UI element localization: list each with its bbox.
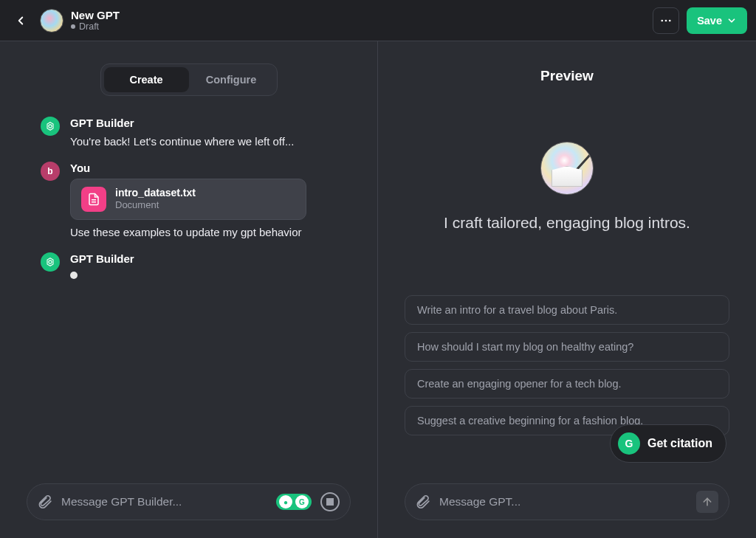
preview-message-input[interactable] [438,494,689,509]
save-button-label: Save [697,15,722,27]
message-builder-typing: GPT Builder [41,252,349,279]
grammarly-icon: G [618,432,640,455]
message-sender: You [70,162,349,174]
grammarly-icon: ● [279,495,292,508]
attachment-chip[interactable]: intro_dataset.txt Document [70,179,306,220]
status-label: Draft [79,21,99,32]
attach-button[interactable] [416,494,430,509]
svg-point-0 [662,19,664,21]
conversation: GPT Builder You're back! Let's continue … [0,96,377,279]
message-user: b You intro_dataset.txt Document Use the… [41,162,349,241]
dots-horizontal-icon [659,14,673,27]
paperclip-icon [38,494,52,509]
svg-point-6 [49,260,52,263]
citation-label: Get citation [647,437,712,450]
suggestion-list: Write an intro for a travel blog about P… [400,295,734,435]
chevron-left-icon [14,14,27,27]
grammarly-icon: G [295,495,309,508]
builder-message-input[interactable] [60,494,269,509]
attach-button[interactable] [38,494,52,509]
stop-generation-button[interactable] [320,492,340,511]
status-line: Draft [71,21,120,32]
builder-input-bar: ● G [27,483,351,520]
title-block: New GPT Draft [71,9,120,32]
back-button[interactable] [9,9,32,32]
send-button[interactable] [696,491,718,513]
arrow-up-icon [701,496,713,508]
suggestion-button[interactable]: Write an intro for a travel blog about P… [405,295,729,325]
page-title: New GPT [71,9,120,21]
paperclip-icon [416,494,430,509]
wand-icon [568,154,592,179]
attachment-name: intro_dataset.txt [115,187,196,200]
user-avatar: b [41,162,60,181]
message-text: You're back! Let's continue where we lef… [70,134,349,150]
gpt-avatar-small [40,9,63,32]
svg-point-1 [665,19,667,21]
document-icon [81,187,106,212]
stop-icon [326,498,334,506]
message-text: Use these examples to update my gpt beha… [70,224,349,241]
builder-avatar [41,117,60,136]
gpt-tagline: I craft tailored, engaging blog intros. [444,214,690,232]
builder-tabs: Create Configure [100,63,278,96]
tab-configure[interactable]: Configure [189,67,274,92]
status-dot-icon [71,24,75,29]
typing-indicator-icon [70,272,78,279]
attachment-type: Document [115,199,196,211]
builder-avatar [41,252,60,272]
svg-point-2 [669,19,671,21]
preview-title: Preview [378,68,756,84]
suggestion-button[interactable]: Create an engaging opener for a tech blo… [405,369,729,399]
get-citation-button[interactable]: G Get citation [610,424,726,463]
grammarly-widget[interactable]: ● G [276,494,312,510]
chevron-down-icon [726,15,737,26]
openai-icon [44,120,56,132]
openai-icon [44,256,56,268]
message-builder: GPT Builder You're back! Let's continue … [41,117,349,150]
message-sender: GPT Builder [70,252,349,265]
preview-panel: Preview I craft tailored, engaging blog … [378,41,756,538]
builder-panel: Create Configure GPT Builder You're back… [0,41,378,538]
suggestion-button[interactable]: How should I start my blog on healthy ea… [405,332,729,362]
save-button[interactable]: Save [687,7,747,34]
preview-input-bar [405,483,729,520]
svg-point-3 [49,125,52,128]
topbar: New GPT Draft Save [0,0,756,41]
gpt-avatar-large [540,142,594,195]
tab-create[interactable]: Create [104,67,189,92]
message-sender: GPT Builder [70,117,349,129]
more-menu-button[interactable] [653,7,679,34]
